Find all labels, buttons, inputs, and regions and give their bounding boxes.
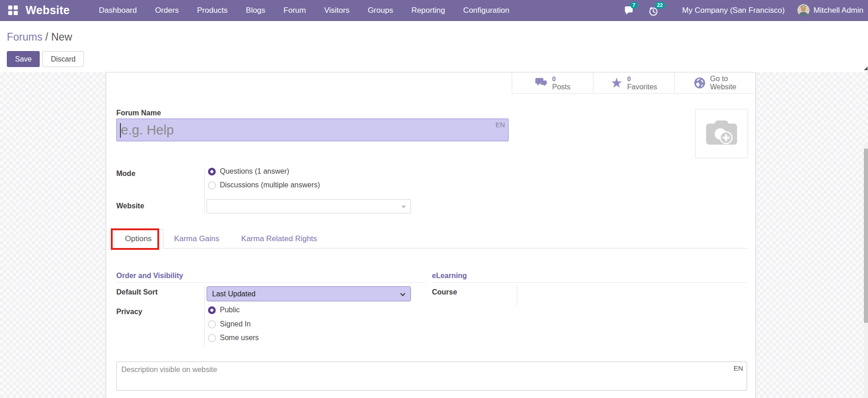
forum-image-uploader[interactable]: [695, 109, 748, 158]
forum-name-field-wrapper: EN: [116, 119, 509, 141]
user-avatar[interactable]: [797, 4, 810, 16]
default-sort-select[interactable]: Last Updated: [207, 286, 411, 301]
breadcrumb: Forums / New: [7, 31, 72, 43]
favorites-label: Favorites: [627, 83, 657, 91]
top-navbar: Website Dashboard Orders Products Blogs …: [0, 0, 868, 21]
description-textarea[interactable]: [117, 362, 747, 390]
nav-item-visitors[interactable]: Visitors: [315, 0, 359, 21]
scrollbar-top-arrow: [864, 67, 868, 70]
nav-item-blogs[interactable]: Blogs: [237, 0, 275, 21]
forum-name-label: Forum Name: [116, 109, 161, 117]
messages-badge: 7: [630, 2, 638, 9]
radio-unchecked-icon[interactable]: [208, 181, 216, 189]
nav-item-groups[interactable]: Groups: [359, 0, 402, 21]
order-visibility-section-title: Order and Visibility: [116, 272, 183, 280]
notebook-tabs: Options Karma Gains Karma Related Rights: [114, 230, 748, 248]
privacy-label: Privacy: [116, 308, 142, 316]
radio-checked-icon[interactable]: [208, 168, 216, 176]
user-menu[interactable]: Mitchell Admin: [813, 6, 863, 15]
tab-karma-related-rights[interactable]: Karma Related Rights: [230, 230, 328, 248]
posts-count: 0: [552, 75, 570, 83]
section-divider: [432, 282, 747, 283]
forum-name-input[interactable]: [117, 119, 508, 141]
posts-label: Posts: [552, 83, 570, 91]
mode-option-discussions[interactable]: Discussions (multiple answers): [208, 181, 320, 189]
posts-stat-button[interactable]: 0 Posts: [512, 72, 593, 93]
comments-icon: [535, 78, 547, 88]
group-separator: [517, 285, 517, 306]
app-brand[interactable]: Website: [26, 4, 70, 17]
activities-icon[interactable]: 22: [649, 5, 660, 16]
nav-item-configuration[interactable]: Configuration: [454, 0, 519, 21]
favorites-stat-button[interactable]: ★ 0 Favorites: [593, 72, 674, 93]
radio-unchecked-icon[interactable]: [208, 334, 216, 342]
privacy-option-public[interactable]: Public: [208, 306, 240, 314]
globe-icon: [694, 77, 706, 89]
breadcrumb-separator: /: [42, 31, 51, 43]
description-field-wrapper: EN: [116, 362, 747, 391]
control-panel: Forums / New Save Discard: [0, 21, 868, 72]
privacy-option-signed-in[interactable]: Signed In: [208, 320, 251, 328]
website-select[interactable]: [207, 199, 411, 213]
go-to-website-button[interactable]: Go to Website: [674, 72, 755, 93]
nav-item-products[interactable]: Products: [188, 0, 237, 21]
discard-button[interactable]: Discard: [42, 51, 83, 67]
mode-label: Mode: [116, 170, 135, 178]
forum-name-lang-badge[interactable]: EN: [495, 121, 505, 129]
tab-karma-gains[interactable]: Karma Gains: [163, 230, 230, 248]
text-cursor: [120, 123, 121, 138]
nav-item-forum[interactable]: Forum: [275, 0, 315, 21]
chevron-down-icon: [400, 291, 405, 296]
go-to-website-line1: Go to: [710, 75, 737, 83]
go-to-website-line2: Website: [710, 83, 737, 91]
course-label: Course: [432, 288, 457, 296]
tab-options[interactable]: Options: [114, 229, 163, 248]
company-switcher[interactable]: My Company (San Francisco): [682, 6, 785, 15]
default-sort-label: Default Sort: [116, 288, 158, 296]
favorites-count: 0: [627, 75, 657, 83]
group-separator: [204, 167, 205, 214]
chevron-down-icon: [401, 206, 406, 208]
section-divider: [116, 282, 426, 283]
nav-item-orders[interactable]: Orders: [146, 0, 188, 21]
website-label: Website: [116, 202, 144, 210]
nav-item-dashboard[interactable]: Dashboard: [90, 0, 146, 21]
activities-badge: 22: [655, 2, 665, 9]
radio-checked-icon[interactable]: [208, 306, 216, 314]
form-sheet: 0 Posts ★ 0 Favorites: [106, 72, 756, 398]
elearning-section-title: eLearning: [432, 272, 467, 280]
content-background: 0 Posts ★ 0 Favorites: [0, 72, 868, 398]
radio-unchecked-icon[interactable]: [208, 320, 216, 328]
breadcrumb-current: New: [51, 31, 72, 43]
save-button[interactable]: Save: [7, 51, 40, 67]
page-scrollbar[interactable]: [864, 144, 868, 398]
camera-plus-icon: [704, 118, 739, 149]
nav-item-reporting[interactable]: Reporting: [402, 0, 454, 21]
messages-icon[interactable]: 7: [624, 5, 636, 16]
description-lang-badge[interactable]: EN: [733, 364, 743, 372]
mode-option-questions[interactable]: Questions (1 answer): [208, 167, 289, 176]
star-icon: ★: [610, 77, 623, 89]
stat-button-box: 0 Posts ★ 0 Favorites: [512, 72, 755, 93]
avatar-image: [797, 4, 810, 16]
breadcrumb-forums-link[interactable]: Forums: [7, 31, 42, 43]
privacy-option-some-users[interactable]: Some users: [208, 334, 259, 342]
default-sort-value: Last Updated: [212, 290, 255, 298]
scrollbar-thumb[interactable]: [864, 149, 868, 323]
apps-menu-icon[interactable]: [8, 5, 18, 16]
group-separator: [204, 285, 205, 347]
